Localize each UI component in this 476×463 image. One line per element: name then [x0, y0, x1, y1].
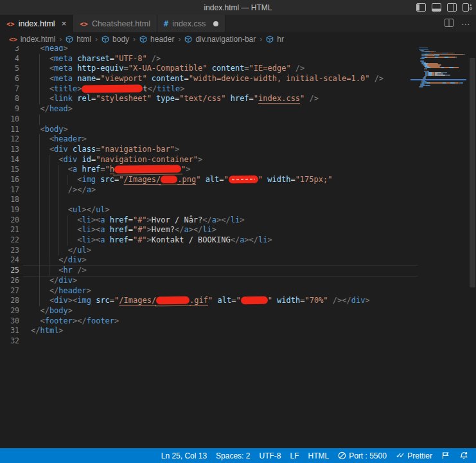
code-token: <	[40, 316, 44, 325]
status-label: Ln 25, Col 13	[161, 451, 207, 460]
code-line-19[interactable]: 19<ul></ul>	[0, 205, 418, 215]
code-line-15[interactable]: 15<a href="h">	[0, 165, 418, 175]
code-line-18[interactable]: 18	[0, 195, 418, 205]
code-token: width	[272, 296, 300, 305]
breadcrumb-body[interactable]: body	[101, 35, 129, 44]
code-line-12[interactable]: 12<header>	[0, 134, 418, 145]
code-line-26[interactable]: 26</div>	[0, 276, 418, 286]
status-language-mode[interactable]: HTML	[308, 451, 329, 460]
code-token: "	[236, 296, 240, 305]
code-line-10[interactable]: 10	[0, 114, 418, 125]
split-editor-icon[interactable]	[445, 18, 454, 30]
code-token: =	[219, 175, 224, 184]
close-icon[interactable]: ×	[62, 19, 67, 28]
breadcrumb-file[interactable]: <>index.html	[9, 35, 55, 44]
code-token: "#"	[133, 215, 147, 224]
indent-guides	[31, 114, 49, 125]
code-line-21[interactable]: 21<li><a href="#">Hvem?</a></li>	[0, 225, 418, 235]
code-token: href	[225, 94, 249, 103]
code-line-29[interactable]: 29</body>	[0, 306, 418, 316]
status-prettier[interactable]: ✓✓Prettier	[396, 451, 432, 460]
breadcrumb-label: body	[112, 35, 129, 44]
code-line-3[interactable]: 3<head>	[0, 46, 418, 54]
code-line-5[interactable]: 5<meta http-equiv="X-UA-Compatible" cont…	[0, 64, 418, 74]
minimap[interactable]	[418, 46, 469, 448]
toggle-panel-icon[interactable]	[432, 3, 441, 12]
code-token: header	[54, 134, 82, 143]
tab-index.css[interactable]: #index.css	[157, 15, 225, 32]
tab-Cheatsheet.html[interactable]: <>Cheatsheet.html	[73, 15, 157, 32]
status-indentation[interactable]: Spaces: 2	[216, 451, 250, 460]
status-eol[interactable]: LF	[290, 451, 299, 460]
code-token: "text/css"	[179, 94, 225, 103]
scrollbar-slider[interactable]	[470, 58, 475, 287]
toggle-primary-sidebar-icon[interactable]	[416, 3, 426, 12]
status-cursor-position[interactable]: Ln 25, Col 13	[161, 451, 207, 460]
code-token: "	[105, 165, 110, 174]
code-line-24[interactable]: 24</div>	[0, 255, 418, 266]
code-line-31[interactable]: 31</html>	[0, 326, 418, 336]
code-line-22[interactable]: 22<li><a href="#">Kontakt / BOOKING</a><…	[0, 235, 418, 246]
indent-guides	[31, 64, 49, 74]
code-line-17[interactable]: 17/></a>	[0, 185, 418, 195]
code-line-28[interactable]: 28<div><img src="/Images/.gif" alt="" wi…	[0, 296, 418, 306]
breadcrumb-header[interactable]: header	[139, 35, 174, 44]
editor-pane[interactable]: 3<head>4<meta charset="UTF-8" />5<meta h…	[0, 46, 476, 448]
code-token: =	[249, 94, 254, 103]
code-token: /Images/	[123, 175, 161, 184]
code-line-25[interactable]: 25<hr />	[0, 266, 418, 276]
code-token: .png	[177, 175, 196, 184]
code-token: title	[157, 84, 180, 93]
code-line-30[interactable]: 30<footer></footer>	[0, 316, 418, 327]
code-token: ></	[189, 225, 203, 234]
code-line-13[interactable]: 13<div class="navigation-bar">	[0, 145, 418, 155]
code-token: ul	[77, 246, 86, 255]
modified-dot-icon[interactable]	[213, 21, 218, 26]
code-line-27[interactable]: 27</header>	[0, 286, 418, 296]
code-line-32[interactable]: 32	[0, 336, 418, 347]
code-token: >	[180, 84, 184, 93]
more-actions-icon[interactable]: ⋯	[461, 19, 471, 29]
customize-layout-icon[interactable]	[463, 3, 472, 12]
code-line-14[interactable]: 14<div id="navigation-container">	[0, 155, 418, 165]
notifications-bell-icon[interactable]	[459, 451, 468, 460]
window-title: index.html — HTML	[204, 3, 272, 12]
breadcrumb-hr[interactable]: hr	[266, 35, 284, 44]
code-line-23[interactable]: 23</ul>	[0, 246, 418, 256]
code-line-16[interactable]: 16<img src="/Images/.png" alt="" width="…	[0, 175, 418, 185]
code-line-9[interactable]: 9</head>	[0, 104, 418, 114]
feedback-flag-icon[interactable]	[441, 451, 450, 460]
code-line-4[interactable]: 4<meta charset="UTF-8" />	[0, 54, 418, 64]
code-token: =	[290, 175, 295, 184]
status-encoding[interactable]: UTF-8	[259, 451, 281, 460]
code-line-20[interactable]: 20<li><a href="#">Hvor / Når?</a></li>	[0, 215, 418, 226]
code-token: /></	[68, 185, 87, 194]
line-number: 24	[0, 255, 19, 266]
code-token: charset	[73, 54, 110, 63]
status-live-server-port[interactable]: Port : 5500	[338, 451, 387, 460]
title-bar: index.html — HTML	[0, 0, 476, 15]
code-line-11[interactable]: 11<body>	[0, 125, 418, 135]
code-token: a	[184, 225, 188, 234]
line-number: 17	[0, 185, 19, 195]
breadcrumb-div.navigation-bar[interactable]: div.navigation-bar	[184, 35, 256, 44]
breadcrumb-html[interactable]: html	[66, 35, 91, 44]
code-area[interactable]: 3<head>4<meta charset="UTF-8" />5<meta h…	[0, 46, 418, 347]
indent-guides	[31, 155, 58, 165]
code-token: >	[68, 306, 73, 315]
code-line-7[interactable]: 7<title>t</title>	[0, 84, 418, 95]
code-token: http-equiv	[73, 64, 123, 73]
line-number: 5	[0, 64, 19, 74]
code-token: width	[263, 175, 290, 184]
tab-index.html[interactable]: <>index.html×	[0, 15, 73, 32]
code-token: "175px;"	[295, 175, 333, 184]
vertical-scrollbar[interactable]	[469, 46, 476, 448]
code-line-6[interactable]: 6<meta name="viewport" content="width=de…	[0, 74, 418, 84]
code-token: </	[175, 225, 184, 234]
status-label: Port : 5500	[349, 451, 387, 460]
indent-guides	[31, 205, 68, 215]
toggle-secondary-sidebar-icon[interactable]	[447, 3, 457, 12]
code-line-8[interactable]: 8<link rel="stylesheet" type="text/css" …	[0, 94, 418, 104]
code-token: ><	[91, 225, 100, 234]
breadcrumb-label: html	[76, 35, 91, 44]
